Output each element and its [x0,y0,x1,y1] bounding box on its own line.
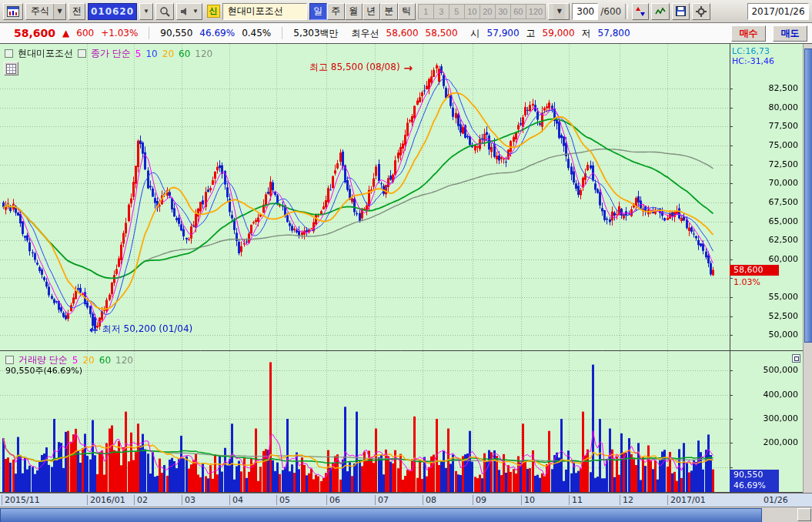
price-change-percent: +1.03% [101,28,138,38]
main-toolbar: 주식 ▼ 전 010620 ▼ ▼ 신 현대미포조선 일 주 월 년 분 틱 1… [0,0,812,23]
prev-stock-button[interactable]: 전 [69,3,85,20]
lc-value: LC:16,73 [732,46,770,56]
price-axis-tick: 82,500 [769,84,799,93]
legend-toggle-icon[interactable] [5,356,14,364]
period-tab-week[interactable]: 주 [327,3,345,20]
interval-button-1[interactable]: 1 [418,4,433,19]
stock-code-input[interactable]: 010620 [88,3,137,20]
high-value: 59,000 [543,28,575,38]
quote-separator [282,27,282,39]
best-quote-label: 최우선 [352,27,379,40]
low-label: 저 [582,27,591,40]
time-axis-label: 12 [620,495,633,505]
open-label: 시 [471,27,480,40]
trading-value: 5,303백만 [293,27,338,40]
period-tab-minute[interactable]: 분 [380,3,398,20]
time-axis-label: 2016/01 [87,495,125,505]
grid-tool-button[interactable] [4,62,18,75]
chevron-down-icon: ▼ [553,4,565,19]
interval-button-3[interactable]: 3 [433,4,449,19]
sound-alert-button[interactable]: ▼ [176,3,202,20]
volume-marker-percent: 46.69% [733,480,779,491]
asset-type-label: 주식 [31,5,49,18]
time-axis-label: 05 [276,495,290,505]
current-change-marker: 1.03% [733,277,760,287]
sell-button[interactable]: 매도 [773,25,807,42]
interval-button-60[interactable]: 60 [510,4,526,19]
current-price-marker: 58,600 [730,265,779,276]
volume-ratio: 46.69% [199,28,235,38]
period-tabs: 일 주 월 년 분 틱 [309,3,416,20]
vol-ma5-legend: 5 [72,355,79,366]
best-ask: 58,600 [386,28,419,38]
chart-title: 현대미포조선 [18,47,73,60]
chart-window-icon-button[interactable] [3,3,23,20]
asset-type-combo[interactable]: 주식 ▼ [25,3,66,20]
turnover-rate: 0.45% [242,28,271,38]
vertical-scrollbar[interactable] [803,44,812,493]
price-axis-tick: 67,500 [769,198,799,207]
pane-expand-icon[interactable] [792,354,800,363]
interval-button-5[interactable]: 5 [449,4,464,19]
interval-button-20[interactable]: 20 [480,4,495,19]
trendline-tool-button[interactable] [651,3,670,20]
ma20-legend: 20 [162,49,174,59]
date-input[interactable]: 2017/01/26 [747,3,809,20]
quote-bar: 58,600 ▲ 600 +1.03% 90,550 46.69% 0.45% … [0,23,812,44]
save-chart-button[interactable] [672,3,690,20]
low-annotation-text: 최저 50,200 (01/04) [102,323,193,336]
grid-icon [6,64,16,74]
current-price: 58,600 [14,27,55,39]
bar-total-label: /600 [600,6,621,17]
interval-button-30[interactable]: 30 [495,4,510,19]
horizontal-scrollbar[interactable] [0,507,812,522]
best-bid: 58,500 [426,28,458,38]
legend-toggle-icon[interactable] [78,49,86,58]
code-dropdown-button[interactable]: ▼ [139,3,153,20]
chart-settings-button[interactable] [692,3,710,20]
vertical-scrollbar-thumb[interactable] [804,49,812,343]
volume-axis-tick: 500,000 [764,366,799,375]
period-tab-year[interactable]: 년 [363,3,380,20]
price-axis-tick: 50,000 [769,330,799,340]
speaker-icon [180,7,190,16]
gear-icon [696,6,707,17]
chart-window-icon [7,6,19,17]
current-volume-marker: 90,550 46.69% [730,470,779,492]
period-tab-month[interactable]: 월 [345,3,363,20]
low-annotation: ← 최저 50,200 (01/04) [89,323,192,336]
price-compare-button[interactable] [632,3,649,20]
volume-axis-tick: 300,000 [764,414,799,423]
time-axis-label: 11 [569,495,583,505]
price-legend: 현대미포조선 종가 단순 5 10 20 60 120 [5,47,212,60]
save-icon [676,6,686,16]
bar-count-input[interactable]: 300 [572,3,598,20]
stock-name-field: 현대미포조선 [222,3,307,20]
price-axis-tick: 72,500 [769,160,799,169]
price-volume-chart[interactable] [0,44,803,493]
time-axis-label: 09 [473,495,486,505]
interval-button-10[interactable]: 10 [464,4,480,19]
stock-chart-window: 주식 ▼ 전 010620 ▼ ▼ 신 현대미포조선 일 주 월 년 분 틱 1… [0,0,812,522]
ma-legend-label: 종가 단순 [91,47,131,60]
price-axis-tick: 75,000 [769,141,799,150]
new-badge: 신 [207,5,220,18]
legend-toggle-icon[interactable] [5,49,13,58]
price-axis-tick: 52,500 [769,312,799,321]
high-annotation: 최고 85,500 (08/08) → [309,61,413,74]
period-tab-day[interactable]: 일 [309,3,327,20]
interval-combo[interactable]: ▼ [548,3,570,20]
search-button[interactable] [155,3,174,20]
buy-button[interactable]: 매수 [731,25,766,42]
chevron-down-icon: ▼ [143,8,149,15]
time-axis-label: 2015/11 [2,495,40,505]
time-axis-label: 08 [423,495,436,505]
interval-button-120[interactable]: 120 [526,4,546,19]
period-tab-tick[interactable]: 틱 [398,3,416,20]
horizontal-scrollbar-thumb[interactable] [0,508,762,522]
hc-value: HC:-31,46 [732,56,774,66]
ma60-legend: 60 [179,49,190,59]
last-date-label: 01/26 [764,495,788,505]
toolbar-separator [625,4,628,19]
high-annotation-text: 최고 85,500 (08/08) [309,61,400,74]
